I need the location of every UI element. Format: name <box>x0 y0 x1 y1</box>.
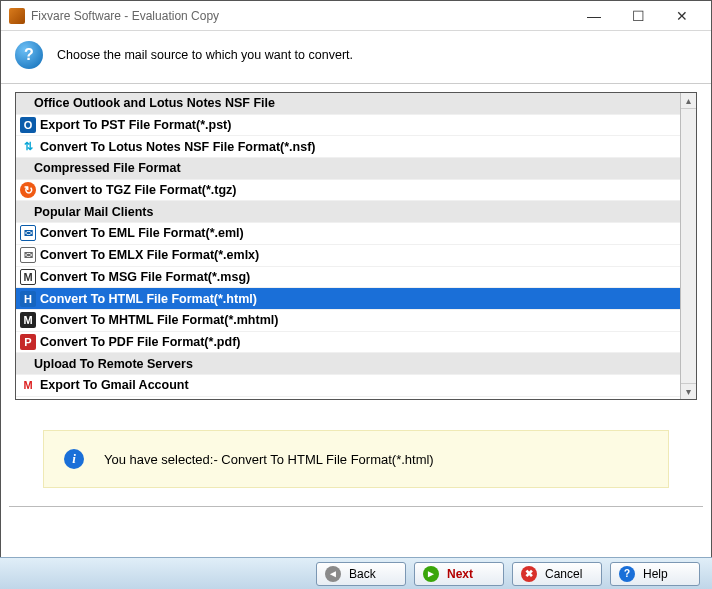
emlx-icon: ✉ <box>20 247 36 263</box>
list-section-header: Office Outlook and Lotus Notes NSF File <box>16 93 680 115</box>
info-icon: i <box>64 449 84 469</box>
format-option[interactable]: MConvert To MSG File Format(*.msg) <box>16 267 680 289</box>
format-option-label: Convert To EML File Format(*.eml) <box>40 226 244 240</box>
format-option[interactable]: ⇅Convert To Lotus Notes NSF File Format(… <box>16 136 680 158</box>
separator <box>9 506 703 507</box>
format-option-label: Convert To MHTML File Format(*.mhtml) <box>40 313 278 327</box>
format-option[interactable]: MConvert To MHTML File Format(*.mhtml) <box>16 310 680 332</box>
html-icon: H <box>20 291 36 307</box>
maximize-button[interactable]: ☐ <box>625 6 651 26</box>
help-button[interactable]: ? Help <box>610 562 700 586</box>
pdf-icon: P <box>20 334 36 350</box>
next-arrow-icon: ► <box>423 566 439 582</box>
mhtml-icon: M <box>20 312 36 328</box>
format-option[interactable]: ✉Convert To EMLX File Format(*.emlx) <box>16 245 680 267</box>
format-list-container: Office Outlook and Lotus Notes NSF FileO… <box>15 92 697 400</box>
outlook-icon: O <box>20 117 36 133</box>
footer-toolbar: ◄ Back ► Next ✖ Cancel ? Help <box>0 557 712 589</box>
format-option-label: Convert To MSG File Format(*.msg) <box>40 270 250 284</box>
help-icon: ? <box>619 566 635 582</box>
format-option[interactable]: PConvert To PDF File Format(*.pdf) <box>16 332 680 354</box>
gmail-icon: M <box>20 377 36 393</box>
titlebar: Fixvare Software - Evaluation Copy — ☐ ✕ <box>1 1 711 31</box>
format-option[interactable]: ↻Convert to TGZ File Format(*.tgz) <box>16 180 680 202</box>
selection-info-banner: i You have selected:- Convert To HTML Fi… <box>43 430 669 488</box>
back-arrow-icon: ◄ <box>325 566 341 582</box>
window-title: Fixvare Software - Evaluation Copy <box>31 9 581 23</box>
format-option-label: Convert to TGZ File Format(*.tgz) <box>40 183 237 197</box>
format-option-label: Convert To Lotus Notes NSF File Format(*… <box>40 140 315 154</box>
cancel-button-label: Cancel <box>545 567 582 581</box>
back-button[interactable]: ◄ Back <box>316 562 406 586</box>
scroll-down-icon[interactable]: ▾ <box>681 383 696 399</box>
eml-icon: ✉ <box>20 225 36 241</box>
format-list[interactable]: Office Outlook and Lotus Notes NSF FileO… <box>16 93 680 399</box>
tgz-icon: ↻ <box>20 182 36 198</box>
format-option-label: Convert To PDF File Format(*.pdf) <box>40 335 240 349</box>
help-button-label: Help <box>643 567 668 581</box>
nsf-icon: ⇅ <box>20 139 36 155</box>
question-icon: ? <box>15 41 43 69</box>
app-icon <box>9 8 25 24</box>
format-option-label: Export To PST File Format(*.pst) <box>40 118 231 132</box>
scroll-up-icon[interactable]: ▴ <box>681 93 696 109</box>
format-option-label: Convert To HTML File Format(*.html) <box>40 292 257 306</box>
format-option[interactable]: MExport To Gmail Account <box>16 375 680 397</box>
format-option[interactable]: OExport To PST File Format(*.pst) <box>16 115 680 137</box>
minimize-button[interactable]: — <box>581 6 607 26</box>
cancel-button[interactable]: ✖ Cancel <box>512 562 602 586</box>
next-button-label: Next <box>447 567 473 581</box>
selection-message: You have selected:- Convert To HTML File… <box>104 452 434 467</box>
back-button-label: Back <box>349 567 376 581</box>
list-section-header: Popular Mail Clients <box>16 201 680 223</box>
format-option[interactable]: ✉Convert To EML File Format(*.eml) <box>16 223 680 245</box>
window-controls: — ☐ ✕ <box>581 6 703 26</box>
cancel-icon: ✖ <box>521 566 537 582</box>
format-option[interactable]: HConvert To HTML File Format(*.html) <box>16 288 680 310</box>
scrollbar[interactable]: ▴ ▾ <box>680 93 696 399</box>
list-section-header: Compressed File Format <box>16 158 680 180</box>
msg-icon: M <box>20 269 36 285</box>
format-option-label: Export To Gmail Account <box>40 378 189 392</box>
close-button[interactable]: ✕ <box>669 6 695 26</box>
format-option-label: Convert To EMLX File Format(*.emlx) <box>40 248 259 262</box>
next-button[interactable]: ► Next <box>414 562 504 586</box>
instruction-text: Choose the mail source to which you want… <box>57 48 353 62</box>
instruction-header: ? Choose the mail source to which you wa… <box>1 31 711 84</box>
list-section-header: Upload To Remote Servers <box>16 353 680 375</box>
